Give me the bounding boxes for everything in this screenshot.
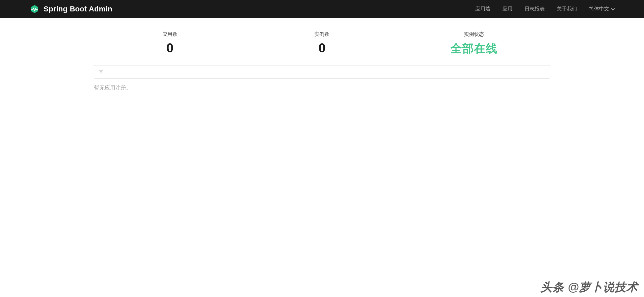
filter-input[interactable] bbox=[104, 69, 546, 75]
filter-icon bbox=[98, 69, 104, 75]
app-logo-icon bbox=[30, 5, 39, 13]
stat-instances-label: 实例数 bbox=[246, 31, 398, 38]
nav-link-language-label: 简体中文 bbox=[589, 6, 609, 12]
chevron-down-icon bbox=[611, 6, 615, 10]
filter-box[interactable] bbox=[94, 65, 550, 79]
brand-title: Spring Boot Admin bbox=[44, 5, 112, 13]
stat-apps-value: 0 bbox=[94, 41, 246, 55]
stat-status-label: 实例状态 bbox=[398, 31, 550, 38]
svg-marker-0 bbox=[31, 5, 38, 13]
stat-instances: 实例数 0 bbox=[246, 31, 398, 56]
stat-status: 实例状态 全部在线 bbox=[398, 31, 550, 56]
nav-link-apps[interactable]: 应用 bbox=[502, 6, 513, 12]
navbar: Spring Boot Admin 应用墙 应用 日志报表 关于我们 简体中文 bbox=[0, 0, 644, 18]
stat-apps: 应用数 0 bbox=[94, 31, 246, 56]
stat-status-value: 全部在线 bbox=[398, 41, 550, 56]
nav-link-about[interactable]: 关于我们 bbox=[557, 6, 577, 12]
nav-link-wall[interactable]: 应用墙 bbox=[475, 6, 490, 12]
navbar-menu: 应用墙 应用 日志报表 关于我们 简体中文 bbox=[475, 6, 614, 12]
empty-message: 暂无应用注册。 bbox=[94, 85, 550, 92]
stats-row: 应用数 0 实例数 0 实例状态 全部在线 bbox=[94, 31, 550, 56]
navbar-brand[interactable]: Spring Boot Admin bbox=[30, 5, 112, 13]
main-container: 应用数 0 实例数 0 实例状态 全部在线 暂无应用注册。 bbox=[91, 31, 553, 92]
nav-link-language[interactable]: 简体中文 bbox=[589, 6, 614, 12]
stat-instances-value: 0 bbox=[246, 41, 398, 55]
stat-apps-label: 应用数 bbox=[94, 31, 246, 38]
nav-link-journal[interactable]: 日志报表 bbox=[525, 6, 545, 12]
